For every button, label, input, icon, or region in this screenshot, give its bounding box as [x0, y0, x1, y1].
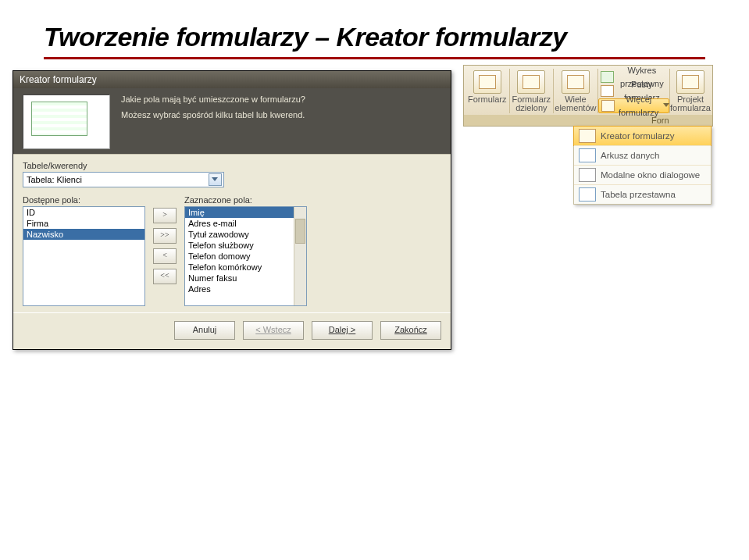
available-fields-list[interactable]: ID Firma Nazwisko — [23, 206, 145, 306]
ribbon-side-list: Wykres przestawny Pusty formularz Więcej… — [597, 69, 669, 113]
form-design-icon — [676, 70, 704, 94]
finish-button[interactable]: Zakończ — [380, 321, 441, 340]
selected-fields-label: Zaznaczone pola: — [184, 195, 307, 205]
ribbon-groups: Formularz Formularz dzielony Wiele eleme… — [463, 65, 713, 116]
combo-value: Tabela: Klienci — [27, 175, 209, 184]
cancel-button[interactable]: Anuluj — [174, 321, 235, 340]
dd-item-label: Arkusz danych — [601, 151, 659, 160]
wizard-graphic-icon — [23, 95, 110, 149]
pivot-table-icon — [579, 187, 596, 202]
dd-item-label: Kreator formularzy — [601, 131, 675, 141]
ribbon-label: Formularz — [465, 95, 509, 104]
finish-button-label: Zakończ — [394, 325, 427, 334]
list-item[interactable]: Tytuł zawodowy — [185, 229, 306, 240]
title-rule — [44, 57, 705, 59]
ribbon-item-wiecej-formularzy[interactable]: Więcej formularzy — [598, 98, 669, 113]
wizard-body: Tabele/kwerendy Tabela: Klienci Dostępne… — [13, 155, 451, 312]
screenshot-area: Formularz Formularz dzielony Wiele eleme… — [44, 70, 705, 320]
wizard-footer: Anuluj < Wstecz Dalej > Zakończ — [13, 312, 451, 349]
dd-modalne-okno[interactable]: Modalne okno dialogowe — [574, 165, 711, 184]
wizard-prompt: Jakie pola mają być umieszczone w formul… — [121, 95, 305, 149]
page-title: Tworzenie formularzy – Kreator formularz… — [44, 22, 705, 52]
list-item[interactable]: Firma — [23, 218, 144, 229]
dd-tabela-przestawna[interactable]: Tabela przestawna — [574, 184, 711, 204]
pivot-chart-icon — [601, 71, 614, 83]
ribbon-label: Wiele elementów — [554, 95, 597, 112]
tables-queries-combo[interactable]: Tabela: Klienci — [23, 172, 224, 187]
form-icon — [473, 70, 501, 94]
list-item[interactable]: ID — [23, 207, 144, 218]
next-button-label: Dalej > — [329, 325, 356, 334]
tables-queries-label: Tabele/kwerendy — [23, 161, 441, 170]
more-forms-dropdown: Kreator formularzy Arkusz danych Modalne… — [573, 126, 712, 205]
add-all-button[interactable]: >> — [153, 228, 177, 244]
back-button[interactable]: < Wstecz — [243, 321, 304, 340]
split-form-icon — [517, 70, 545, 94]
multi-items-icon — [562, 70, 590, 94]
list-item[interactable]: Telefon domowy — [185, 251, 306, 262]
wizard-hint: Możesz wybrać spośród kilku tabel lub kw… — [121, 110, 305, 119]
list-item[interactable]: Numer faksu — [185, 273, 306, 284]
ribbon-forms-group: Formularz Formularz dzielony Wiele eleme… — [463, 66, 713, 205]
dd-kreator-formularzy[interactable]: Kreator formularzy — [573, 126, 712, 146]
window-title: Kreator formularzy — [13, 71, 451, 88]
ribbon-btn-projekt[interactable]: Projekt formularza — [669, 69, 711, 113]
modal-dialog-icon — [579, 168, 596, 182]
transfer-buttons: > >> < << — [153, 195, 177, 284]
more-forms-icon — [601, 100, 615, 112]
blank-form-icon — [601, 85, 614, 97]
remove-all-button[interactable]: << — [153, 269, 177, 284]
scrollbar[interactable] — [294, 207, 306, 305]
ribbon-group-caption: Forn — [463, 115, 713, 127]
form-wizard-window: Kreator formularzy Jakie pola mają być u… — [12, 70, 451, 350]
list-item[interactable]: Adres e-mail — [185, 218, 306, 229]
wizard-question: Jakie pola mają być umieszczone w formul… — [121, 95, 305, 104]
ribbon-label: Projekt formularza — [670, 95, 711, 112]
wizard-icon — [579, 129, 596, 143]
dd-item-label: Tabela przestawna — [601, 190, 676, 199]
list-item[interactable]: Nazwisko — [23, 229, 144, 240]
add-button[interactable]: > — [153, 208, 177, 223]
ribbon-btn-wiele-elementow[interactable]: Wiele elementów — [553, 69, 597, 113]
chevron-down-icon — [663, 103, 666, 109]
wizard-header: Jakie pola mają być umieszczone w formul… — [13, 88, 451, 155]
remove-button[interactable]: < — [153, 248, 177, 264]
list-item[interactable]: Telefon komórkowy — [185, 262, 306, 273]
selected-fields-list[interactable]: Imię Adres e-mail Tytuł zawodowy Telefon… — [184, 206, 307, 306]
ribbon-btn-formularz[interactable]: Formularz — [465, 69, 509, 113]
available-fields-label: Dostępne pola: — [23, 195, 145, 205]
next-button[interactable]: Dalej > — [312, 321, 373, 340]
list-item[interactable]: Adres — [185, 284, 306, 294]
ribbon-label: Formularz dzielony — [510, 95, 554, 112]
ribbon-btn-formularz-dzielony[interactable]: Formularz dzielony — [509, 69, 554, 113]
dd-item-label: Modalne okno dialogowe — [601, 170, 700, 180]
combo-chevron-icon[interactable] — [209, 173, 222, 186]
datasheet-icon — [579, 148, 596, 162]
back-button-label: < Wstecz — [255, 325, 291, 334]
list-item[interactable]: Imię — [185, 207, 306, 218]
list-item[interactable]: Telefon służbowy — [185, 240, 306, 251]
dd-arkusz-danych[interactable]: Arkusz danych — [574, 145, 711, 165]
